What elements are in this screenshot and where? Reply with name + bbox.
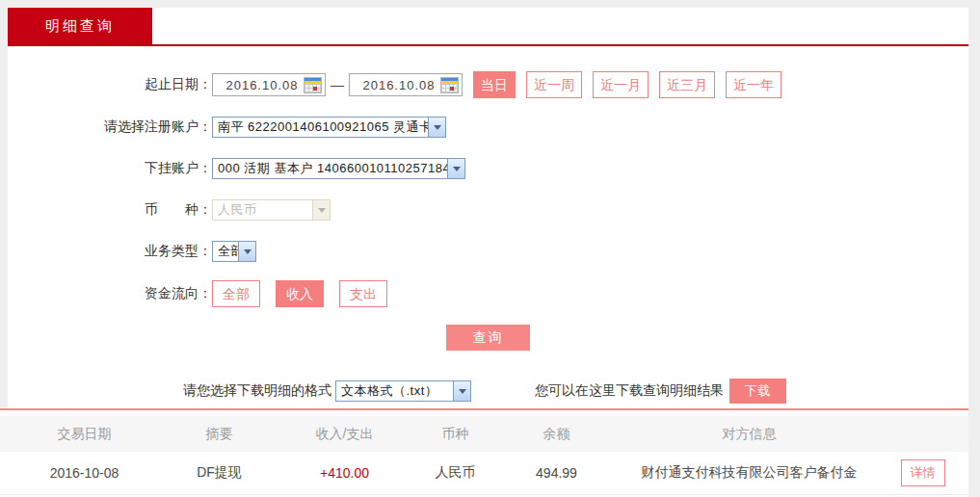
cell-balance: 494.99 xyxy=(491,465,622,481)
table-row: 2016-10-08 DF提现 +410.00 人民币 494.99 财付通支付… xyxy=(0,452,968,495)
quick-range-week-button[interactable]: 近一周 xyxy=(526,71,582,98)
calendar-icon-grid xyxy=(305,84,321,92)
cell-counterparty: 财付通支付科技有限公司客户备付金 xyxy=(622,464,877,482)
cell-trade-date: 2016-10-08 xyxy=(0,465,169,481)
register-account-label: 请选择注册账户： xyxy=(8,118,212,136)
chevron-down-icon[interactable] xyxy=(447,159,464,178)
date-from-value: 2016.10.08 xyxy=(221,78,304,92)
date-to-input[interactable]: 2016.10.08 xyxy=(349,73,463,96)
cell-currency: 人民币 xyxy=(419,464,491,482)
header-income-expense: 收入/支出 xyxy=(270,426,419,443)
sub-account-value: 000 活期 基本户 1406600101102571848 xyxy=(213,160,447,177)
date-to-value: 2016.10.08 xyxy=(358,78,440,92)
cell-action: 详情 xyxy=(877,459,968,486)
header-balance: 余额 xyxy=(491,426,622,443)
header-trade-date: 交易日期 xyxy=(0,426,169,443)
register-account-row: 请选择注册账户： 南平 6222001406100921065 灵通卡 xyxy=(8,115,968,140)
business-type-value: 全部 xyxy=(213,243,238,260)
register-account-select[interactable]: 南平 6222001406100921065 灵通卡 xyxy=(212,117,446,138)
fund-flow-label: 资金流向： xyxy=(8,285,212,302)
quick-range-month-button[interactable]: 近一月 xyxy=(593,71,649,98)
table-header-row: 交易日期 摘要 收入/支出 币种 余额 对方信息 xyxy=(0,416,968,452)
detail-button[interactable]: 详情 xyxy=(901,459,945,486)
query-row: 查询 xyxy=(8,325,968,351)
download-hint: 您可以在这里下载查询明细结果 xyxy=(535,382,724,400)
register-account-value: 南平 6222001406100921065 灵通卡 xyxy=(213,118,428,136)
currency-row: 币 种： 人民币 xyxy=(8,197,968,222)
chevron-down-icon xyxy=(312,200,330,220)
chevron-down-icon[interactable] xyxy=(453,381,470,401)
chevron-down-icon[interactable] xyxy=(428,118,445,137)
sub-account-select[interactable]: 000 活期 基本户 1406600101102571848 xyxy=(212,158,465,179)
quick-range-quarter-button[interactable]: 近三月 xyxy=(659,71,715,98)
cell-summary: DF提现 xyxy=(169,464,270,482)
header-currency: 币种 xyxy=(419,426,491,443)
header-summary: 摘要 xyxy=(169,426,270,443)
date-range-label: 起止日期： xyxy=(8,76,212,93)
result-table: 交易日期 摘要 收入/支出 币种 余额 对方信息 2016-10-08 DF提现… xyxy=(0,408,968,497)
calendar-icon[interactable] xyxy=(304,77,322,93)
fund-flow-row: 资金流向： 全部 收入 支出 xyxy=(8,280,968,307)
date-range-row: 起止日期： 2016.10.08 — 2016.10.08 当日 近一周 xyxy=(8,71,968,98)
date-from-input[interactable]: 2016.10.08 xyxy=(212,73,326,96)
query-form: 起止日期： 2016.10.08 — 2016.10.08 当日 近一周 xyxy=(8,46,968,404)
currency-value: 人民币 xyxy=(213,201,312,219)
currency-label: 币 种： xyxy=(8,201,212,219)
calendar-icon-grid xyxy=(441,84,458,92)
currency-select: 人民币 xyxy=(212,199,331,221)
header-counterparty: 对方信息 xyxy=(622,426,877,443)
query-button[interactable]: 查询 xyxy=(446,325,530,351)
business-type-row: 业务类型： 全部 xyxy=(8,239,968,264)
fund-flow-all-button[interactable]: 全部 xyxy=(212,280,260,307)
quick-range-year-button[interactable]: 近一年 xyxy=(726,71,781,98)
download-format-label: 请您选择下载明细的格式 xyxy=(183,382,331,400)
sub-account-row: 下挂账户： 000 活期 基本户 1406600101102571848 xyxy=(8,156,968,181)
download-format-value: 文本格式（.txt） xyxy=(336,382,453,400)
business-type-label: 业务类型： xyxy=(8,243,212,260)
download-button[interactable]: 下载 xyxy=(729,379,786,404)
chevron-down-icon[interactable] xyxy=(238,242,255,261)
tab-bar: 明细查询 xyxy=(8,8,968,46)
date-range-separator: — xyxy=(331,77,344,92)
fund-flow-expense-button[interactable]: 支出 xyxy=(339,280,387,307)
download-row: 请您选择下载明细的格式 文本格式（.txt） 您可以在这里下载查询明细结果 下载 xyxy=(8,379,968,404)
business-type-select[interactable]: 全部 xyxy=(212,241,256,262)
tab-detail-query[interactable]: 明细查询 xyxy=(8,8,152,44)
fund-flow-income-button[interactable]: 收入 xyxy=(276,280,324,307)
cell-amount: +410.00 xyxy=(270,465,419,481)
quick-range-today-button[interactable]: 当日 xyxy=(473,71,516,98)
calendar-icon[interactable] xyxy=(440,77,459,93)
main-panel: 明细查询 起止日期： 2016.10.08 — 2016.10.08 xyxy=(8,8,968,408)
sub-account-label: 下挂账户： xyxy=(8,160,212,177)
download-format-select[interactable]: 文本格式（.txt） xyxy=(335,380,471,402)
